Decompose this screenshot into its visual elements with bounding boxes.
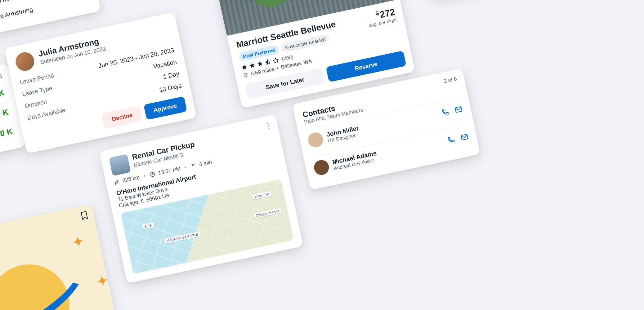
contact-avatar [307,131,324,149]
amount-row[interactable]: $ 990 K [0,121,16,160]
clock-icon [149,171,156,178]
mail-icon[interactable] [460,132,469,142]
rental-time: 13:07 PM [158,166,181,176]
illustration-card: ✦ ✦ [0,204,117,310]
approve-button[interactable]: Approve [144,96,187,120]
rental-walk-time: 4 min [199,159,212,168]
star-icon [248,62,256,69]
duration-label: Duration [24,98,47,110]
rental-range: 228 km [122,174,140,184]
leave-request-card: Julia Armstrong Submitted on Jun 10, 202… [4,12,197,154]
mail-icon[interactable] [454,105,463,114]
phone-icon[interactable] [441,108,450,117]
decline-button[interactable]: Decline [102,106,142,129]
planet-illustration: ✦ ✦ [0,214,108,310]
contact-avatar [313,159,330,176]
person-name: Julia Armstrong [0,6,34,21]
more-icon[interactable]: ⋮ [264,121,273,131]
requester-avatar [14,51,36,73]
days-available-value: 13 Days [159,82,182,94]
duration-value: 1 Day [163,70,180,80]
pin-icon [242,72,249,78]
star-outline-icon [272,57,280,64]
review-count: (200) [281,54,294,62]
car-thumbnail [109,154,131,176]
rental-car-card: ⋮ Rental Car Pickup Electric Car Model 3… [99,114,303,283]
star-icon [257,60,264,68]
walk-icon [190,162,197,169]
svg-point-2 [245,74,246,75]
star-icon [241,64,248,71]
phone-icon[interactable] [446,135,456,145]
leaf-icon [114,179,120,185]
star-half-icon [264,59,272,66]
